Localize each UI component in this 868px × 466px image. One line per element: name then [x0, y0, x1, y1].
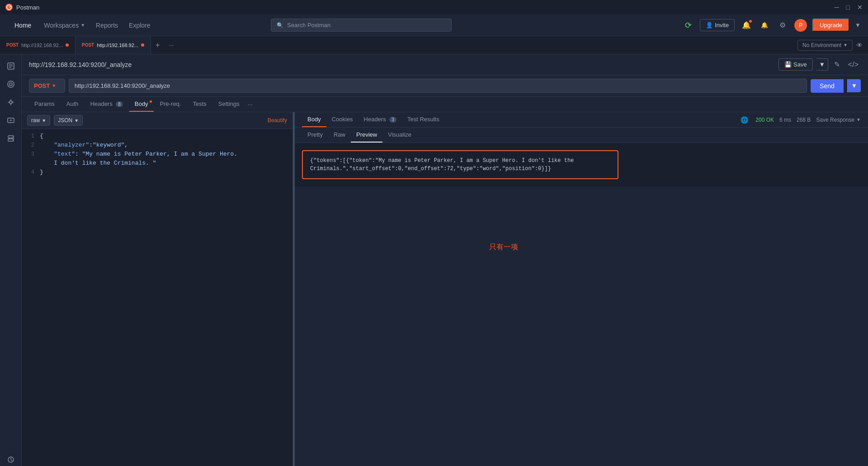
tab-body[interactable]: Body	[129, 97, 154, 112]
titlebar: Postman ─ □ ✕	[0, 0, 868, 14]
add-tab-button[interactable]: +	[151, 41, 164, 49]
response-tabs: Body Cookies Headers 3 Test Results 🌐 20…	[295, 112, 868, 128]
response-time: 6 ms	[779, 117, 791, 123]
app-icon	[5, 4, 13, 11]
chevron-down-icon: ▼	[843, 43, 848, 48]
save-response-button[interactable]: Save Response ▼	[816, 117, 861, 123]
sidebar-item-environments[interactable]	[3, 112, 19, 128]
pane-layout: raw ▼ JSON ▼ Beautify 1 { 2	[22, 112, 868, 466]
main-layout: http://192.168.92.140:9200/_analyze 💾 Sa…	[0, 54, 868, 466]
send-button[interactable]: Send	[811, 79, 844, 93]
method-dropdown[interactable]: POST ▼	[29, 79, 65, 93]
env-eye-icon[interactable]: 👁	[856, 42, 863, 49]
tab-2[interactable]: POST http://192.168.92...	[75, 36, 151, 54]
body-lang-select[interactable]: JSON ▼	[54, 115, 83, 126]
nav-reports[interactable]: Reports	[90, 18, 123, 33]
notification-badge-icon[interactable]: 🔔	[758, 19, 771, 32]
url-bar: POST ▼ Send ▼	[22, 75, 868, 97]
nav-home[interactable]: Home	[7, 18, 38, 33]
search-icon: 🔍	[277, 22, 283, 29]
code-line-2: 2 "analyzer":"keyword",	[22, 142, 292, 151]
tab-1[interactable]: POST http://192.168.92...	[0, 36, 75, 54]
resp-body-visualize[interactable]: Visualize	[382, 128, 417, 143]
sidebar-item-history[interactable]	[3, 58, 19, 74]
line-content-1: {	[40, 133, 292, 139]
resp-tab-body[interactable]: Body	[302, 112, 326, 127]
settings-icon[interactable]: ⚙	[776, 19, 789, 32]
titlebar-controls: ─ □ ✕	[835, 4, 863, 11]
search-bar[interactable]: 🔍 Search Postman	[271, 19, 452, 32]
more-tabs-button[interactable]: ···	[164, 42, 178, 48]
chevron-down-icon: ▼	[856, 117, 861, 122]
code-line-4: 4 }	[22, 169, 292, 178]
code-line-3b: I don't like the Criminals. "	[22, 160, 292, 169]
svg-point-11	[13, 137, 14, 138]
tab-params[interactable]: Params	[29, 97, 60, 112]
sync-icon[interactable]: ⟳	[682, 19, 694, 32]
left-pane: raw ▼ JSON ▼ Beautify 1 { 2	[22, 112, 293, 466]
sidebar-item-apis[interactable]	[3, 94, 19, 110]
upgrade-dropdown-icon[interactable]: ▼	[855, 22, 861, 29]
resp-body-raw[interactable]: Raw	[328, 128, 351, 143]
response-content: {"tokens":[{"token":"My name is Peter Pa…	[295, 143, 868, 186]
line-number-2: 2	[22, 142, 40, 148]
notifications-icon[interactable]: 🔔	[740, 19, 753, 32]
sidebar-item-mock-servers[interactable]	[3, 130, 19, 147]
tab-tests[interactable]: Tests	[187, 97, 212, 112]
close-btn[interactable]: ✕	[857, 4, 863, 11]
url-input[interactable]	[69, 79, 807, 93]
chevron-down-icon: ▼	[80, 23, 85, 28]
tab-dirty-2	[141, 43, 144, 47]
more-tab-options[interactable]: ···	[248, 101, 253, 108]
code-line-1: 1 {	[22, 133, 292, 142]
svg-point-12	[13, 140, 14, 141]
resp-tab-test-results[interactable]: Test Results	[402, 112, 445, 127]
resp-tab-headers[interactable]: Headers 3	[359, 112, 402, 127]
resp-body-pretty[interactable]: Pretty	[302, 128, 328, 143]
right-pane: Body Cookies Headers 3 Test Results 🌐 20…	[295, 112, 868, 466]
profile-icon[interactable]: P	[794, 19, 807, 32]
response-size: 268 B	[797, 117, 811, 123]
globe-icon: 🌐	[741, 116, 748, 124]
body-format-select[interactable]: raw ▼	[27, 115, 50, 126]
code-snippet-icon[interactable]: </>	[846, 58, 861, 71]
edit-icon[interactable]: ✎	[832, 58, 842, 71]
save-button[interactable]: 💾 Save	[778, 58, 813, 71]
upgrade-button[interactable]: Upgrade	[812, 19, 849, 32]
request-area: http://192.168.92.140:9200/_analyze 💾 Sa…	[22, 54, 868, 75]
tab-url-1: http://192.168.92...	[21, 43, 63, 48]
send-dropdown-button[interactable]: ▼	[847, 79, 861, 92]
response-box: {"tokens":[{"token":"My name is Peter Pa…	[302, 150, 618, 179]
response-status: 🌐 200 OK 6 ms 268 B Save Response ▼	[741, 116, 861, 124]
code-editor[interactable]: 1 { 2 "analyzer":"keyword", 3 "text": "M…	[22, 129, 292, 466]
tab-settings[interactable]: Settings	[213, 97, 245, 112]
code-line-3: 3 "text": "My name is Peter Parker, I am…	[22, 151, 292, 160]
tab-method-1: POST	[6, 43, 19, 48]
sidebar-item-monitors[interactable]	[3, 452, 19, 466]
maximize-btn[interactable]: □	[846, 4, 850, 11]
resp-tab-cookies[interactable]: Cookies	[326, 112, 359, 127]
topnav: Home Workspaces ▼ Reports Explore 🔍 Sear…	[0, 14, 868, 36]
invite-button[interactable]: 👤 Invite	[700, 19, 735, 31]
tab-prereq[interactable]: Pre-req.	[155, 97, 187, 112]
tab-headers[interactable]: Headers 8	[85, 97, 128, 112]
nav-workspaces[interactable]: Workspaces ▼	[38, 18, 90, 33]
app-title: Postman	[16, 4, 39, 11]
sidebar-item-collections[interactable]	[3, 76, 19, 92]
line-content-2: "analyzer":"keyword",	[40, 142, 292, 148]
request-tabs: Params Auth Headers 8 Body Pre-req. Test…	[22, 97, 868, 112]
resp-body-preview[interactable]: Preview	[351, 128, 382, 143]
minimize-btn[interactable]: ─	[835, 4, 839, 11]
nav-explore[interactable]: Explore	[123, 18, 156, 33]
content-area: http://192.168.92.140:9200/_analyze 💾 Sa…	[22, 54, 868, 466]
svg-point-5	[9, 83, 12, 86]
line-number-3: 3	[22, 151, 40, 157]
response-body-tabs: Pretty Raw Preview Visualize	[295, 128, 868, 143]
env-selector: No Environment ▼ 👁	[792, 40, 868, 51]
topnav-right: ⟳ 👤 Invite 🔔 🔔 ⚙ P Upgrade ▼	[682, 19, 861, 32]
person-add-icon: 👤	[706, 22, 713, 29]
beautify-button[interactable]: Beautify	[268, 117, 287, 124]
save-dropdown-button[interactable]: ▼	[816, 58, 828, 71]
environment-dropdown[interactable]: No Environment ▼	[797, 40, 853, 51]
tab-auth[interactable]: Auth	[61, 97, 84, 112]
